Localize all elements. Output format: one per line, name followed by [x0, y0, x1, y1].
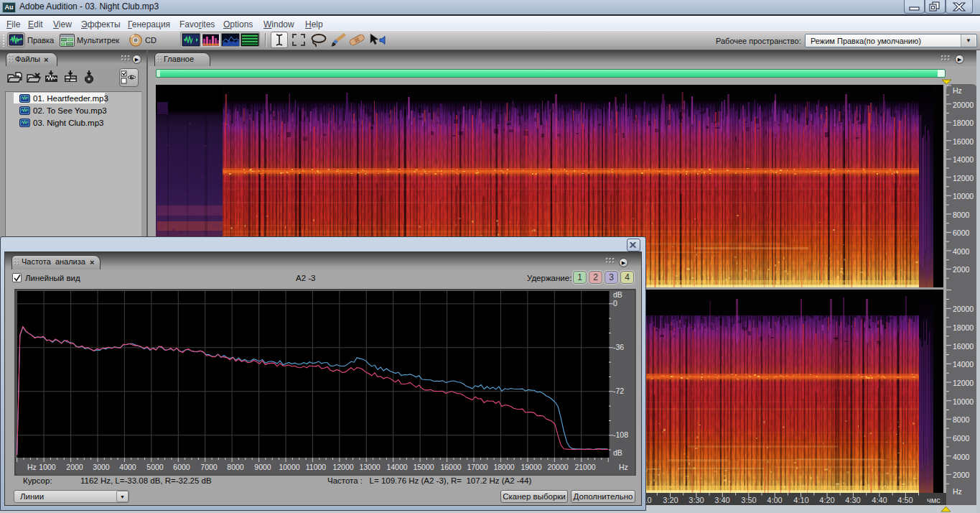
- svg-text:-108: -108: [613, 430, 628, 439]
- svg-text:11000: 11000: [306, 463, 327, 471]
- svg-text:8000: 8000: [227, 463, 244, 471]
- svg-text:18000: 18000: [493, 463, 514, 471]
- svg-text:13000: 13000: [359, 463, 380, 471]
- svg-text:3000: 3000: [93, 463, 110, 471]
- svg-text:5000: 5000: [146, 463, 164, 471]
- svg-text:dB: dB: [613, 448, 622, 457]
- svg-text:14000: 14000: [386, 463, 407, 471]
- svg-text:16000: 16000: [440, 463, 461, 471]
- svg-text:12000: 12000: [332, 463, 353, 471]
- svg-text:20000: 20000: [547, 463, 568, 471]
- svg-text:Hz: Hz: [27, 463, 37, 471]
- svg-text:0: 0: [613, 299, 617, 308]
- svg-text:9000: 9000: [254, 463, 271, 471]
- svg-text:2000: 2000: [66, 463, 83, 471]
- svg-text:19000: 19000: [521, 463, 541, 471]
- svg-text:15000: 15000: [413, 463, 434, 471]
- svg-text:17000: 17000: [467, 463, 487, 471]
- svg-text:-36: -36: [613, 343, 624, 351]
- svg-text:4000: 4000: [119, 463, 136, 471]
- svg-text:Hz: Hz: [619, 463, 628, 471]
- svg-text:7000: 7000: [200, 463, 218, 471]
- svg-text:-72: -72: [613, 387, 624, 395]
- svg-text:21000: 21000: [574, 463, 595, 471]
- svg-text:6000: 6000: [173, 463, 190, 471]
- svg-text:1000: 1000: [39, 463, 56, 471]
- svg-text:10000: 10000: [279, 463, 299, 471]
- svg-text:dB: dB: [613, 290, 622, 299]
